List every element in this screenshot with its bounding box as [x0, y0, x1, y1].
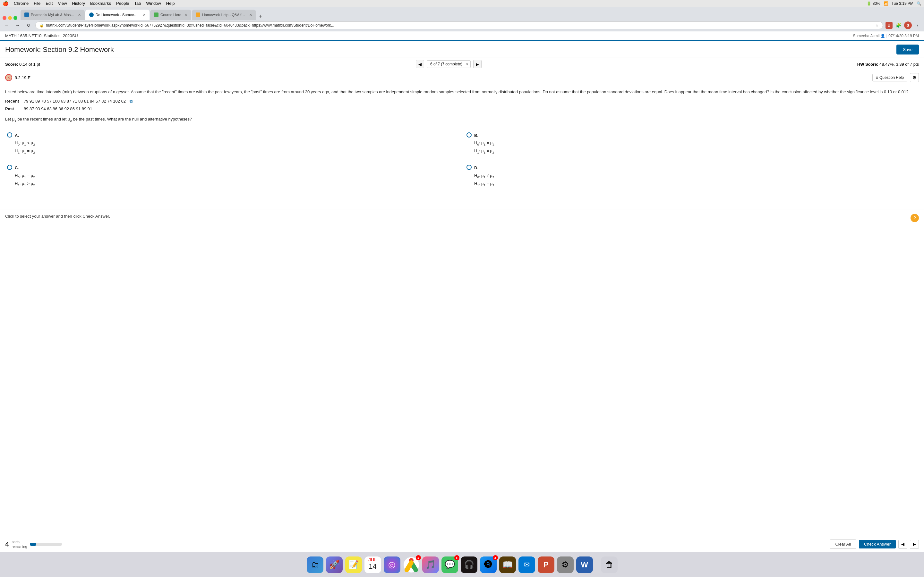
option-a-radio[interactable]: [7, 132, 12, 137]
tab-title-coursehero: Course Hero: [160, 13, 181, 17]
question-id: 9.2.19-E: [15, 75, 31, 80]
option-d-radio[interactable]: [467, 165, 472, 170]
menu-people[interactable]: People: [116, 1, 129, 6]
menu-chrome[interactable]: Chrome: [14, 1, 29, 6]
menu-bookmarks[interactable]: Bookmarks: [90, 1, 111, 6]
menu-file[interactable]: File: [34, 1, 40, 6]
question-text: Listed below are time intervals (min) be…: [5, 89, 919, 95]
score-left: Score: 0.14 of 1 pt: [5, 62, 40, 67]
copy-icon[interactable]: ⧉: [129, 98, 132, 105]
option-d-text: D. H0: μ1 ≠ μ2 H1: μ1 = μ2: [474, 164, 494, 188]
past-data-row: Past 89 87 93 94 63 86 86 92 86 91 89 91: [5, 106, 919, 113]
puzzle-icon[interactable]: 🧩: [895, 21, 902, 29]
date-time: 07/14/20 3:19 PM: [888, 34, 919, 38]
ssl-lock-icon: 🔒: [39, 23, 44, 27]
apple-menu[interactable]: 🍎: [3, 1, 9, 6]
prev-question-button[interactable]: ◀: [416, 60, 424, 68]
tab-close-pearson[interactable]: ✕: [78, 13, 81, 17]
tab-chegg[interactable]: Homework Help - Q&A from C... ✕: [192, 10, 256, 20]
tab-close-coursehero[interactable]: ✕: [184, 13, 187, 17]
option-b-radio[interactable]: [467, 132, 472, 137]
question-help-label: Question Help: [879, 75, 904, 80]
tab-close-chegg[interactable]: ✕: [249, 13, 252, 17]
menu-tab[interactable]: Tab: [134, 1, 141, 6]
search-icon[interactable]: 🔍: [917, 1, 921, 6]
username: Sumeeha Jamil: [853, 34, 879, 38]
menu-help[interactable]: Help: [166, 1, 175, 6]
course-name: MATH 1635-NET10, Statistics, 2020SU: [5, 33, 78, 38]
settings-button[interactable]: ⚙: [910, 73, 919, 82]
past-label: Past: [5, 106, 21, 113]
option-c-hypotheses: H0: μ1 = μ2 H1: μ1 > μ2: [15, 172, 35, 188]
menubar-right: 🔋 80% 📶 Tue 3:19 PM 🔍: [867, 1, 921, 6]
address-bar: ← → ↻ 🔒 mathxl.com/Student/PlayerHomewor…: [0, 20, 924, 31]
list-icon: ≡: [876, 75, 878, 80]
tab-coursehero[interactable]: Course Hero ✕: [150, 10, 191, 20]
tab-pearson[interactable]: Pearson's MyLab & Mastering... ✕: [21, 10, 85, 20]
tab-favicon-chegg: [196, 13, 200, 17]
option-b: B. H0: μ1 = μ2 H1: μ1 ≠ μ2: [465, 130, 919, 157]
recent-values: 79 91 89 78 57 100 63 87 71 88 81 84 57 …: [24, 98, 126, 105]
option-b-label: B.: [474, 133, 478, 138]
save-button[interactable]: Save: [897, 45, 919, 55]
question-navigation: ◀ 6 of 7 (7 complete) ▼ ▶: [416, 60, 481, 68]
option-a-text: A. H0: μ1 < μ2 H1: μ1 = μ2: [15, 132, 35, 155]
option-a-label: A.: [15, 133, 19, 138]
tab-mathxl[interactable]: Do Homework - Sumeeha Jam... ✕: [86, 10, 150, 20]
tab-title-chegg: Homework Help - Q&A from C...: [202, 13, 246, 17]
option-d-hypotheses: H0: μ1 ≠ μ2 H1: μ1 = μ2: [474, 172, 494, 188]
new-tab-button[interactable]: +: [257, 13, 263, 20]
score-value: 0.14 of 1 pt: [19, 62, 40, 67]
window-maximize[interactable]: [13, 16, 17, 20]
homework-title: Homework: Section 9.2 Homework: [5, 45, 114, 54]
data-table: Recent 79 91 89 78 57 100 63 87 71 88 81…: [5, 98, 919, 113]
option-d-label: D.: [474, 165, 478, 170]
window-minimize[interactable]: [8, 16, 12, 20]
option-a-hypotheses: H0: μ1 < μ2 H1: μ1 = μ2: [15, 139, 35, 155]
extensions-icon[interactable]: B: [885, 22, 893, 29]
star-icon[interactable]: ☆: [875, 23, 879, 27]
question-body: Listed below are time intervals (min) be…: [0, 84, 924, 197]
hw-score-label: HW Score:: [857, 62, 879, 67]
clock: Tue 3:19 PM: [892, 1, 913, 6]
score-label: Score:: [5, 62, 18, 67]
user-icon: 👤 |: [880, 34, 888, 38]
menubar: 🍎 Chrome File Edit View History Bookmark…: [0, 0, 924, 7]
option-c: C. H0: μ1 = μ2 H1: μ1 > μ2: [5, 162, 459, 190]
hypothesis-prompt: Let μ1 be the recent times and let μ2 be…: [5, 116, 919, 123]
address-bar-right: B 🧩 S ⋮: [885, 21, 921, 29]
recent-label: Recent: [5, 98, 21, 105]
hypothesis-text: Let μ1 be the recent times and let μ2 be…: [5, 116, 919, 123]
instruction-text: Click to select your answer and then cli…: [5, 214, 110, 219]
menu-icon[interactable]: ⋮: [914, 21, 921, 29]
tab-close-mathxl[interactable]: ✕: [143, 13, 145, 17]
menu-window[interactable]: Window: [146, 1, 161, 6]
option-b-hypotheses: H0: μ1 = μ2 H1: μ1 ≠ μ2: [474, 139, 494, 155]
tab-favicon-pearson: [24, 13, 29, 17]
option-a: A. H0: μ1 < μ2 H1: μ1 = μ2: [5, 130, 459, 157]
menu-edit[interactable]: Edit: [45, 1, 53, 6]
url-bar[interactable]: 🔒 mathxl.com/Student/PlayerHomework.aspx…: [35, 21, 883, 29]
bottom-instruction: Click to select your answer and then cli…: [0, 210, 924, 222]
question-dropdown[interactable]: 6 of 7 (7 complete): [427, 60, 471, 68]
profile-avatar[interactable]: S: [904, 21, 912, 29]
help-circle-icon[interactable]: ?: [911, 214, 919, 222]
window-close[interactable]: [3, 16, 6, 20]
question-help-button[interactable]: ≡ Question Help: [872, 74, 907, 81]
site-header: MATH 1635-NET10, Statistics, 2020SU Sume…: [0, 31, 924, 41]
user-info: Sumeeha Jamil 👤 | 07/14/20 3:19 PM: [853, 34, 919, 38]
hw-score-value: 48.47%, 3.39 of 7 pts: [879, 62, 919, 67]
forward-button[interactable]: →: [13, 21, 22, 29]
menu-history[interactable]: History: [72, 1, 85, 6]
option-c-radio[interactable]: [7, 165, 12, 170]
browser-chrome: Pearson's MyLab & Mastering... ✕ Do Home…: [0, 7, 924, 31]
menu-view[interactable]: View: [58, 1, 67, 6]
battery-indicator: 🔋 80%: [867, 1, 880, 6]
question-toolbar: ✕ 9.2.19-E ≡ Question Help ⚙: [0, 71, 924, 84]
wifi-icon: 📶: [884, 1, 888, 6]
toolbar-right: ≡ Question Help ⚙: [872, 73, 919, 82]
next-question-button[interactable]: ▶: [473, 60, 481, 68]
reload-button[interactable]: ↻: [24, 21, 33, 29]
back-button[interactable]: ←: [3, 21, 11, 29]
question-status-icon: ✕: [5, 74, 12, 81]
